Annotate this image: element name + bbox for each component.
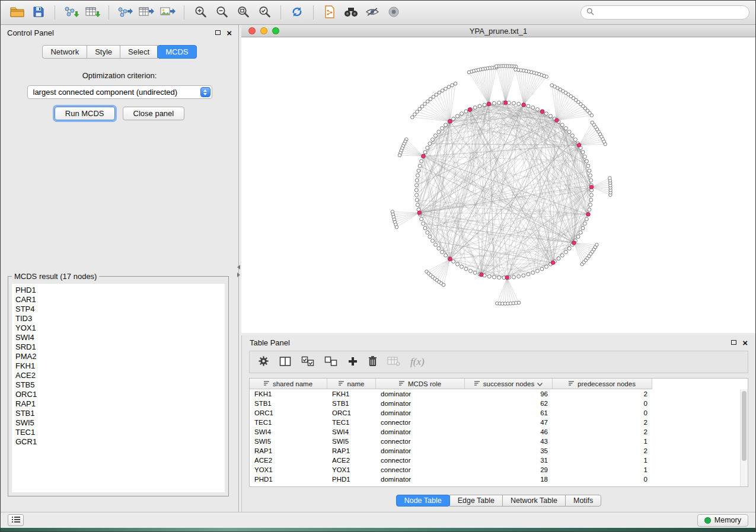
zoom-selected-button[interactable] <box>254 4 275 21</box>
table-settings-button[interactable] <box>258 355 269 368</box>
cell-mcds-role[interactable]: dominator <box>376 390 465 398</box>
mcds-result-item[interactable]: STB1 <box>15 409 225 418</box>
float-panel-icon[interactable] <box>215 30 221 35</box>
memory-button[interactable]: Memory <box>697 514 748 527</box>
cell-name[interactable]: STB1 <box>327 400 376 407</box>
open-file-button[interactable] <box>7 4 28 21</box>
network-canvas[interactable] <box>241 37 755 333</box>
close-panel-icon[interactable]: × <box>227 28 232 37</box>
mcds-result-item[interactable]: GCR1 <box>15 437 225 447</box>
close-table-panel-icon[interactable]: × <box>742 338 748 347</box>
cell-name[interactable]: SWI4 <box>327 428 376 435</box>
search-input[interactable] <box>598 8 744 17</box>
cell-successor-nodes[interactable]: 96 <box>465 390 553 398</box>
cell-shared-name[interactable]: TEC1 <box>250 419 327 426</box>
cell-mcds-role[interactable]: dominator <box>376 447 465 454</box>
mcds-result-item[interactable]: FKH1 <box>15 361 225 371</box>
cell-mcds-role[interactable]: connector <box>376 419 465 426</box>
cell-shared-name[interactable]: STB1 <box>250 400 327 407</box>
cell-mcds-role[interactable]: connector <box>376 438 465 445</box>
zoom-out-button[interactable] <box>211 4 232 21</box>
cell-shared-name[interactable]: RAP1 <box>250 447 327 454</box>
cell-shared-name[interactable]: ACE2 <box>250 457 327 464</box>
select-all-columns-button[interactable] <box>301 356 314 368</box>
cell-shared-name[interactable]: PHD1 <box>250 476 327 483</box>
tab-node-table[interactable]: Node Table <box>396 495 450 507</box>
cell-predecessor-nodes[interactable]: 1 <box>553 457 652 464</box>
tab-network-table[interactable]: Network Table <box>502 495 566 507</box>
table-row[interactable]: PHD1PHD1dominator180 <box>250 475 748 484</box>
cell-mcds-role[interactable]: dominator <box>376 476 465 483</box>
tab-edge-table[interactable]: Edge Table <box>449 495 503 507</box>
mcds-result-item[interactable]: SWI5 <box>15 418 225 428</box>
tab-select[interactable]: Select <box>120 45 158 59</box>
cell-mcds-role[interactable]: connector <box>376 457 465 464</box>
tab-mcds[interactable]: MCDS <box>157 45 196 59</box>
table-row[interactable]: RAP1RAP1dominator352 <box>250 446 748 456</box>
show-hide-button[interactable] <box>383 4 404 21</box>
deselect-all-columns-button[interactable] <box>324 356 337 368</box>
tab-style[interactable]: Style <box>87 45 120 59</box>
mcds-result-item[interactable]: SWI4 <box>15 333 225 342</box>
column-browser-button[interactable] <box>279 356 291 368</box>
cell-successor-nodes[interactable]: 18 <box>465 476 553 483</box>
find-button[interactable] <box>340 4 362 21</box>
table-row[interactable]: TEC1TEC1connector472 <box>250 418 748 427</box>
status-menu-button[interactable] <box>8 514 24 526</box>
table-row[interactable]: SWI4SWI4dominator462 <box>250 427 748 437</box>
add-column-button[interactable] <box>347 356 358 368</box>
cell-mcds-role[interactable]: dominator <box>376 400 465 407</box>
cell-shared-name[interactable]: YOX1 <box>250 466 327 473</box>
column-header-shared-name[interactable]: shared name <box>250 379 327 389</box>
mcds-result-item[interactable]: YOX1 <box>15 323 225 333</box>
cell-predecessor-nodes[interactable]: 0 <box>553 476 652 483</box>
tab-motifs[interactable]: Motifs <box>565 495 601 507</box>
cell-name[interactable]: TEC1 <box>327 419 376 426</box>
mcds-result-item[interactable]: ACE2 <box>15 371 225 380</box>
cell-shared-name[interactable]: ORC1 <box>250 409 327 416</box>
table-row[interactable]: ACE2ACE2connector311 <box>250 456 748 465</box>
import-table-button[interactable] <box>82 4 103 21</box>
panel-splitter[interactable] <box>237 265 241 281</box>
cell-predecessor-nodes[interactable]: 0 <box>553 409 652 416</box>
cell-predecessor-nodes[interactable]: 2 <box>553 428 652 435</box>
cell-name[interactable]: SWI5 <box>327 438 376 445</box>
cell-mcds-role[interactable]: dominator <box>376 409 465 416</box>
cell-mcds-role[interactable]: dominator <box>376 428 465 435</box>
save-session-button[interactable] <box>28 4 49 21</box>
cell-shared-name[interactable]: SWI5 <box>250 438 327 445</box>
close-panel-button[interactable]: Close panel <box>123 107 185 120</box>
cell-predecessor-nodes[interactable]: 0 <box>553 400 652 407</box>
refresh-button[interactable] <box>286 4 308 21</box>
cell-successor-nodes[interactable]: 35 <box>465 447 553 454</box>
cell-name[interactable]: RAP1 <box>327 447 376 454</box>
zoom-in-button[interactable] <box>190 4 211 21</box>
mcds-result-item[interactable]: STB5 <box>15 380 225 390</box>
tab-network[interactable]: Network <box>42 45 87 59</box>
cell-successor-nodes[interactable]: 47 <box>465 419 553 426</box>
cell-successor-nodes[interactable]: 62 <box>465 400 553 407</box>
table-row[interactable]: STB1STB1dominator620 <box>250 399 748 408</box>
network-graph[interactable] <box>241 37 755 333</box>
table-row[interactable]: ORC1ORC1dominator610 <box>250 408 748 418</box>
mcds-result-item[interactable]: TID3 <box>15 314 225 323</box>
cell-name[interactable]: PHD1 <box>327 476 376 483</box>
delete-column-button[interactable] <box>368 355 377 368</box>
expand-right-icon[interactable] <box>237 273 240 277</box>
run-mcds-button[interactable]: Run MCDS <box>55 107 115 120</box>
column-header-name[interactable]: name <box>327 379 376 389</box>
cell-name[interactable]: FKH1 <box>327 390 376 398</box>
cell-shared-name[interactable]: SWI4 <box>250 428 327 435</box>
mcds-result-item[interactable]: CAR1 <box>15 295 225 305</box>
export-network-button[interactable] <box>114 4 136 21</box>
column-header-mcds-role[interactable]: MCDS role <box>376 379 465 389</box>
float-table-panel-icon[interactable] <box>731 340 736 345</box>
cell-successor-nodes[interactable]: 31 <box>465 457 553 464</box>
criterion-dropdown[interactable]: largest connected component (undirected) <box>27 85 212 99</box>
collapse-left-icon[interactable] <box>237 265 240 270</box>
column-header-predecessor-nodes[interactable]: predecessor nodes <box>553 379 652 389</box>
cell-successor-nodes[interactable]: 46 <box>465 428 553 435</box>
cell-predecessor-nodes[interactable]: 2 <box>553 419 652 426</box>
mcds-result-item[interactable]: SRD1 <box>15 342 225 352</box>
table-scrollbar[interactable] <box>740 389 748 486</box>
